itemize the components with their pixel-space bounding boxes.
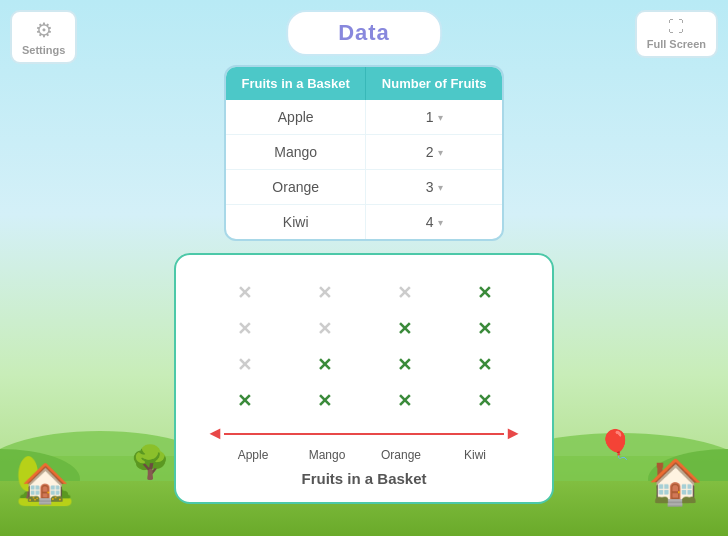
dot-active: ✕ [364,311,444,347]
data-table-container: Fruits in a Basket Number of Fruits Appl… [224,65,504,241]
dot-inactive: ✕ [284,275,364,311]
settings-button[interactable]: ⚙ Settings [10,10,77,64]
count-value: 3 [426,179,434,195]
count-cell[interactable]: 2 ▾ [366,135,502,170]
fruit-cell: Mango [226,135,366,170]
fullscreen-button[interactable]: ⛶ Full Screen [635,10,718,58]
col2-header: Number of Fruits [366,67,502,100]
chart-container: ✕✕✕✕✕✕✕✕✕✕✕✕✕✕✕✕ ◄ ► AppleMangoOrangeKiw… [174,253,554,504]
count-cell[interactable]: 3 ▾ [366,170,502,205]
dot-inactive: ✕ [204,347,284,383]
dropdown-arrow-icon[interactable]: ▾ [438,147,443,158]
dot-grid: ✕✕✕✕✕✕✕✕✕✕✕✕✕✕✕✕ [204,275,524,419]
dot-row: ✕✕✕✕ [204,275,524,311]
fruit-cell: Kiwi [226,205,366,240]
x-axis-label: Apple [223,448,283,462]
count-value: 4 [426,214,434,230]
dot-active: ✕ [444,275,524,311]
col1-header: Fruits in a Basket [226,67,366,100]
dot-row: ✕✕✕✕ [204,311,524,347]
dropdown-arrow-icon[interactable]: ▾ [438,217,443,228]
chart-title: Fruits in a Basket [301,470,426,487]
arrow-left-icon: ◄ [206,423,224,444]
x-axis-label: Orange [371,448,431,462]
data-table: Fruits in a Basket Number of Fruits Appl… [226,67,502,239]
dot-active: ✕ [284,347,364,383]
gear-icon: ⚙ [35,18,53,42]
table-row: Orange 3 ▾ [226,170,502,205]
page-title: Data [286,10,442,56]
dot-row: ✕✕✕✕ [204,347,524,383]
fullscreen-label: Full Screen [647,38,706,50]
page-title-bar: Data [286,10,442,56]
dot-chart: ✕✕✕✕✕✕✕✕✕✕✕✕✕✕✕✕ ◄ ► AppleMangoOrangeKiw… [206,275,522,487]
dot-active: ✕ [364,383,444,419]
count-cell[interactable]: 4 ▾ [366,205,502,240]
house-right: 🏠 [648,456,703,508]
count-value: 2 [426,144,434,160]
dot-active: ✕ [204,383,284,419]
dot-row: ✕✕✕✕ [204,383,524,419]
dot-active: ✕ [444,347,524,383]
x-axis: ◄ ► AppleMangoOrangeKiwi [206,423,522,462]
table-row: Apple 1 ▾ [226,100,502,135]
count-cell[interactable]: 1 ▾ [366,100,502,135]
dot-inactive: ✕ [284,311,364,347]
table-row: Mango 2 ▾ [226,135,502,170]
dropdown-arrow-icon[interactable]: ▾ [438,112,443,123]
dropdown-arrow-icon[interactable]: ▾ [438,182,443,193]
dot-active: ✕ [444,311,524,347]
fullscreen-icon: ⛶ [668,18,684,36]
x-axis-label: Mango [297,448,357,462]
x-labels: AppleMangoOrangeKiwi [206,448,522,462]
dot-active: ✕ [364,347,444,383]
main-content: Fruits in a Basket Number of Fruits Appl… [114,65,614,504]
dot-inactive: ✕ [204,311,284,347]
settings-label: Settings [22,44,65,56]
arrow-right-icon: ► [504,423,522,444]
count-value: 1 [426,109,434,125]
fruit-cell: Orange [226,170,366,205]
dot-active: ✕ [284,383,364,419]
dot-inactive: ✕ [364,275,444,311]
fruit-cell: Apple [226,100,366,135]
dot-inactive: ✕ [204,275,284,311]
x-axis-label: Kiwi [445,448,505,462]
table-row: Kiwi 4 ▾ [226,205,502,240]
house-left: 🏡 [15,452,75,508]
dot-active: ✕ [444,383,524,419]
